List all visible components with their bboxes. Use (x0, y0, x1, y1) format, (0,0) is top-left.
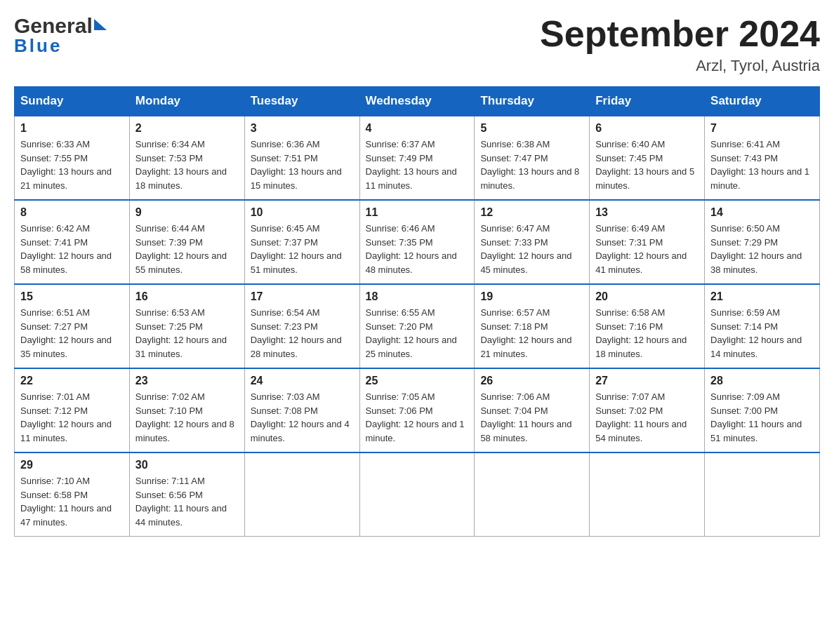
day-info: Sunrise: 7:01 AM Sunset: 7:12 PM Dayligh… (20, 390, 124, 445)
day-number: 18 (366, 290, 469, 303)
day-number: 13 (595, 206, 699, 219)
day-number: 21 (710, 290, 814, 303)
day-number: 6 (595, 122, 699, 135)
logo-blue-text: Blue (14, 35, 62, 57)
table-row (705, 452, 820, 537)
table-row: 21 Sunrise: 6:59 AM Sunset: 7:14 PM Dayl… (705, 284, 820, 368)
table-row: 3 Sunrise: 6:36 AM Sunset: 7:51 PM Dayli… (244, 116, 359, 200)
weekday-header-row: Sunday Monday Tuesday Wednesday Thursday… (15, 87, 820, 116)
day-info: Sunrise: 6:42 AM Sunset: 7:41 PM Dayligh… (20, 222, 124, 276)
calendar-week-row: 22 Sunrise: 7:01 AM Sunset: 7:12 PM Dayl… (15, 368, 820, 452)
day-number: 27 (595, 375, 699, 387)
table-row: 9 Sunrise: 6:44 AM Sunset: 7:39 PM Dayli… (129, 200, 244, 284)
day-info: Sunrise: 7:06 AM Sunset: 7:04 PM Dayligh… (480, 390, 583, 445)
table-row: 1 Sunrise: 6:33 AM Sunset: 7:55 PM Dayli… (15, 116, 130, 200)
day-number: 23 (135, 375, 239, 387)
table-row: 5 Sunrise: 6:38 AM Sunset: 7:47 PM Dayli… (475, 116, 590, 200)
day-number: 1 (20, 122, 124, 135)
table-row: 18 Sunrise: 6:55 AM Sunset: 7:20 PM Dayl… (359, 284, 475, 368)
table-row: 2 Sunrise: 6:34 AM Sunset: 7:53 PM Dayli… (129, 116, 244, 200)
day-info: Sunrise: 6:46 AM Sunset: 7:35 PM Dayligh… (366, 222, 469, 276)
day-number: 28 (710, 375, 814, 387)
table-row: 6 Sunrise: 6:40 AM Sunset: 7:45 PM Dayli… (590, 116, 705, 200)
table-row: 16 Sunrise: 6:53 AM Sunset: 7:25 PM Dayl… (129, 284, 244, 368)
table-row (359, 452, 475, 537)
title-area: September 2024 Arzl, Tyrol, Austria (540, 14, 820, 75)
day-info: Sunrise: 6:54 AM Sunset: 7:23 PM Dayligh… (251, 306, 354, 361)
day-number: 20 (595, 290, 699, 303)
calendar-week-row: 29 Sunrise: 7:10 AM Sunset: 6:58 PM Dayl… (15, 452, 820, 537)
header-friday: Friday (590, 87, 705, 116)
table-row: 29 Sunrise: 7:10 AM Sunset: 6:58 PM Dayl… (15, 452, 130, 537)
day-number: 11 (366, 206, 469, 219)
calendar-week-row: 1 Sunrise: 6:33 AM Sunset: 7:55 PM Dayli… (15, 116, 820, 200)
day-number: 4 (366, 122, 469, 135)
day-info: Sunrise: 6:36 AM Sunset: 7:51 PM Dayligh… (251, 137, 354, 192)
table-row: 4 Sunrise: 6:37 AM Sunset: 7:49 PM Dayli… (359, 116, 475, 200)
day-number: 12 (480, 206, 583, 219)
day-number: 17 (251, 290, 354, 303)
day-number: 16 (135, 290, 239, 303)
day-info: Sunrise: 6:57 AM Sunset: 7:18 PM Dayligh… (480, 306, 583, 361)
day-number: 29 (20, 459, 124, 471)
day-number: 22 (20, 375, 124, 387)
day-info: Sunrise: 6:33 AM Sunset: 7:55 PM Dayligh… (20, 137, 124, 192)
day-info: Sunrise: 7:09 AM Sunset: 7:00 PM Dayligh… (710, 390, 814, 445)
day-number: 24 (251, 375, 354, 387)
day-number: 19 (480, 290, 583, 303)
header-monday: Monday (129, 87, 244, 116)
table-row: 26 Sunrise: 7:06 AM Sunset: 7:04 PM Dayl… (475, 368, 590, 452)
day-number: 3 (251, 122, 354, 135)
day-info: Sunrise: 6:40 AM Sunset: 7:45 PM Dayligh… (595, 137, 699, 192)
day-info: Sunrise: 6:49 AM Sunset: 7:31 PM Dayligh… (595, 222, 699, 276)
day-number: 2 (135, 122, 239, 135)
day-info: Sunrise: 6:50 AM Sunset: 7:29 PM Dayligh… (710, 222, 814, 276)
table-row: 27 Sunrise: 7:07 AM Sunset: 7:02 PM Dayl… (590, 368, 705, 452)
header-saturday: Saturday (705, 87, 820, 116)
day-number: 15 (20, 290, 124, 303)
table-row: 23 Sunrise: 7:02 AM Sunset: 7:10 PM Dayl… (129, 368, 244, 452)
table-row: 20 Sunrise: 6:58 AM Sunset: 7:16 PM Dayl… (590, 284, 705, 368)
page-header: General Blue September 2024 Arzl, Tyrol,… (14, 14, 820, 75)
location: Arzl, Tyrol, Austria (540, 57, 820, 75)
table-row: 7 Sunrise: 6:41 AM Sunset: 7:43 PM Dayli… (705, 116, 820, 200)
day-info: Sunrise: 6:47 AM Sunset: 7:33 PM Dayligh… (480, 222, 583, 276)
table-row (475, 452, 590, 537)
table-row: 13 Sunrise: 6:49 AM Sunset: 7:31 PM Dayl… (590, 200, 705, 284)
day-number: 10 (251, 206, 354, 219)
logo-general-text: General (14, 14, 93, 38)
table-row: 19 Sunrise: 6:57 AM Sunset: 7:18 PM Dayl… (475, 284, 590, 368)
day-info: Sunrise: 7:11 AM Sunset: 6:56 PM Dayligh… (135, 474, 239, 529)
day-info: Sunrise: 6:51 AM Sunset: 7:27 PM Dayligh… (20, 306, 124, 361)
table-row: 8 Sunrise: 6:42 AM Sunset: 7:41 PM Dayli… (15, 200, 130, 284)
logo-general: General (14, 14, 107, 38)
logo-arrow-icon (94, 19, 107, 30)
table-row: 15 Sunrise: 6:51 AM Sunset: 7:27 PM Dayl… (15, 284, 130, 368)
header-tuesday: Tuesday (244, 87, 359, 116)
calendar-week-row: 15 Sunrise: 6:51 AM Sunset: 7:27 PM Dayl… (15, 284, 820, 368)
header-sunday: Sunday (15, 87, 130, 116)
day-info: Sunrise: 6:44 AM Sunset: 7:39 PM Dayligh… (135, 222, 239, 276)
day-info: Sunrise: 6:58 AM Sunset: 7:16 PM Dayligh… (595, 306, 699, 361)
day-info: Sunrise: 6:45 AM Sunset: 7:37 PM Dayligh… (251, 222, 354, 276)
table-row: 30 Sunrise: 7:11 AM Sunset: 6:56 PM Dayl… (129, 452, 244, 537)
day-number: 14 (710, 206, 814, 219)
day-info: Sunrise: 6:53 AM Sunset: 7:25 PM Dayligh… (135, 306, 239, 361)
day-info: Sunrise: 6:34 AM Sunset: 7:53 PM Dayligh… (135, 137, 239, 192)
table-row: 14 Sunrise: 6:50 AM Sunset: 7:29 PM Dayl… (705, 200, 820, 284)
table-row: 25 Sunrise: 7:05 AM Sunset: 7:06 PM Dayl… (359, 368, 475, 452)
table-row: 24 Sunrise: 7:03 AM Sunset: 7:08 PM Dayl… (244, 368, 359, 452)
day-number: 26 (480, 375, 583, 387)
calendar-week-row: 8 Sunrise: 6:42 AM Sunset: 7:41 PM Dayli… (15, 200, 820, 284)
day-number: 30 (135, 459, 239, 471)
day-info: Sunrise: 6:41 AM Sunset: 7:43 PM Dayligh… (710, 137, 814, 192)
day-number: 8 (20, 206, 124, 219)
table-row (590, 452, 705, 537)
table-row: 12 Sunrise: 6:47 AM Sunset: 7:33 PM Dayl… (475, 200, 590, 284)
month-title: September 2024 (540, 14, 820, 54)
table-row: 28 Sunrise: 7:09 AM Sunset: 7:00 PM Dayl… (705, 368, 820, 452)
table-row: 22 Sunrise: 7:01 AM Sunset: 7:12 PM Dayl… (15, 368, 130, 452)
day-info: Sunrise: 7:02 AM Sunset: 7:10 PM Dayligh… (135, 390, 239, 445)
header-wednesday: Wednesday (359, 87, 475, 116)
day-number: 9 (135, 206, 239, 219)
